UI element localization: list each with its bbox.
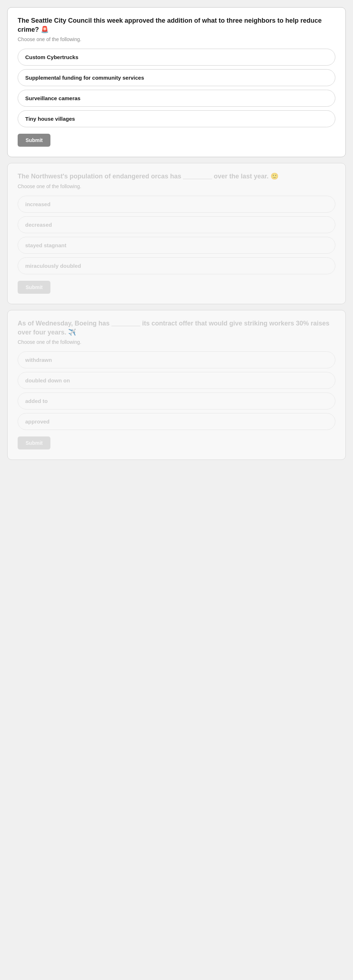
submit-button-2: Submit [17,281,51,294]
question-card-1: The Seattle City Council this week appro… [7,7,346,157]
question-subtitle-3: Choose one of the following. [17,339,336,345]
options-list-1: Custom Cybertrucks Supplemental funding … [17,49,336,127]
option-q1-a[interactable]: Custom Cybertrucks [17,49,336,65]
option-q3-c: added to [17,393,336,409]
question-title-2: The Northwest's population of endangered… [17,172,336,181]
option-q3-a: withdrawn [17,352,336,368]
option-q2-d: miraculously doubled [17,257,336,274]
option-q3-b: doubled down on [17,372,336,389]
question-subtitle-2: Choose one of the following. [17,183,336,189]
submit-button-1[interactable]: Submit [17,134,51,147]
submit-button-3: Submit [17,436,51,449]
options-list-3: withdrawn doubled down on added to appro… [17,352,336,430]
option-q1-c[interactable]: Surveillance cameras [17,90,336,107]
options-list-2: increased decreased stayed stagnant mira… [17,196,336,274]
option-q1-b[interactable]: Supplemental funding for community servi… [17,69,336,86]
question-card-3: As of Wednesday, Boeing has ________ its… [7,310,346,460]
option-q2-c: stayed stagnant [17,237,336,254]
question-subtitle-1: Choose one of the following. [17,37,336,42]
option-q3-d: approved [17,413,336,430]
option-q2-a: increased [17,196,336,213]
option-q1-d[interactable]: Tiny house villages [17,110,336,127]
question-title-1: The Seattle City Council this week appro… [17,16,336,34]
option-q2-b: decreased [17,216,336,233]
question-card-2: The Northwest's population of endangered… [7,163,346,304]
page-container: The Seattle City Council this week appro… [0,0,353,467]
question-title-3: As of Wednesday, Boeing has ________ its… [17,319,336,337]
